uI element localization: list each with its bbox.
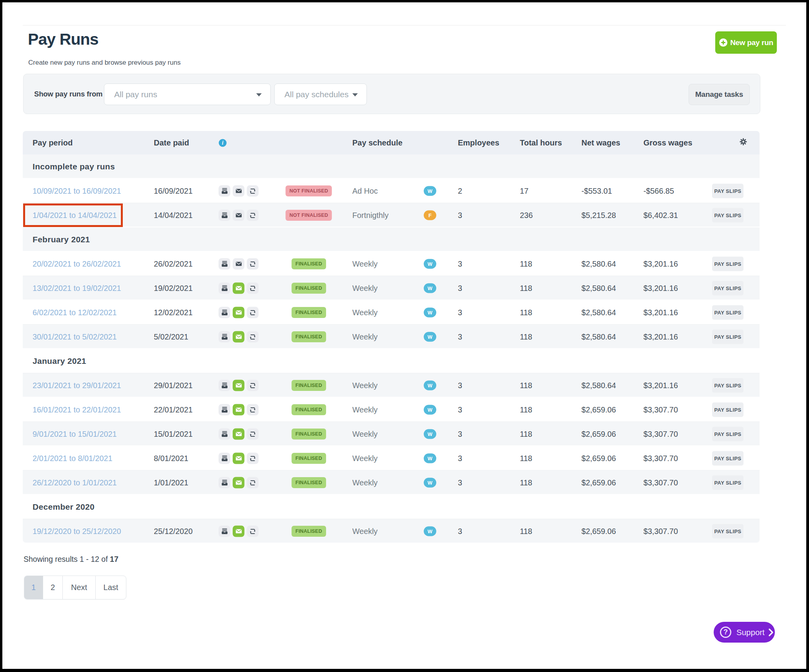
svg-text:i: i: [222, 140, 224, 146]
